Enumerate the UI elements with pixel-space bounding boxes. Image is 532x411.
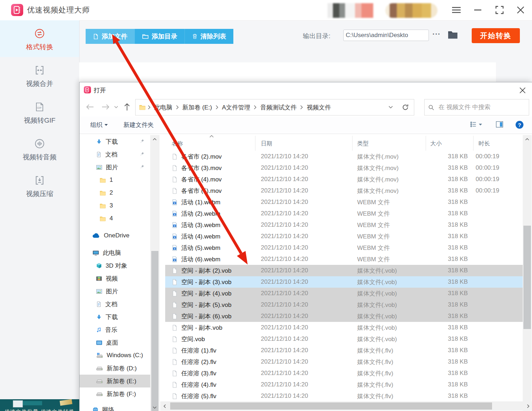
horizontal-scrollbar-thumb[interactable] [170,402,492,410]
add-folder-button[interactable]: 添加目录 [135,29,185,44]
clear-list-button[interactable]: 清除列表 [185,29,233,44]
file-row[interactable]: 各省市 (4).mov2021/12/10 14:20媒体文件(.mov)318… [165,174,523,185]
change-view-button[interactable] [470,121,482,128]
column-header-size[interactable]: 大小 [430,140,442,148]
breadcrumb-dropdown-icon[interactable] [389,106,393,109]
forward-button[interactable] [100,102,111,112]
file-row[interactable]: 任溶溶 (3).flv2021/12/10 14:20媒体文件(.flv)318… [165,368,523,379]
add-file-button[interactable]: 添加文件 [86,29,135,44]
sidebar-item-video-to-gif[interactable]: GIF视频转GIF [0,94,79,130]
file-row[interactable]: 活动 (6).webm2021/12/10 14:20WEBM 文件318 KB [165,253,523,265]
file-row[interactable]: 各省市 (2).mov2021/12/10 14:20媒体文件(.mov)318… [165,151,523,162]
recent-locations-chevron-icon[interactable] [112,102,120,112]
tree-item-drive[interactable]: 新加卷 (E:) [80,375,150,387]
chevron-right-icon[interactable] [146,105,153,109]
tree-scrollbar-thumb[interactable] [151,251,158,411]
scroll-right-icon[interactable] [524,401,532,411]
tree-item-drive[interactable]: 新加卷 (D:) [80,362,150,375]
back-button[interactable] [85,102,95,112]
organize-menu[interactable]: 组织 [90,121,108,129]
tree-item-folder[interactable]: 2 [80,186,150,199]
file-row[interactable]: 活动 (3).webm2021/12/10 14:20WEBM 文件318 KB [165,219,523,231]
tree-item-music[interactable]: 音乐 [80,323,150,336]
preview-pane-button[interactable] [496,121,503,128]
maximize-button[interactable] [495,5,505,15]
dialog-close-icon[interactable] [517,85,528,95]
up-button[interactable] [122,102,132,112]
minimize-button[interactable] [473,5,483,15]
file-list-scrollbar[interactable] [523,135,532,411]
tree-item-download[interactable]: 下载 [80,310,150,323]
promo-banner[interactable]: 优速文件批量 优速文件转换 [0,399,79,411]
tree-item-folder[interactable]: 3 [80,199,150,212]
breadcrumb-segment[interactable]: 此电脑 [153,103,174,112]
tree-item-folder[interactable]: 4 [80,212,150,225]
scroll-left-icon[interactable] [160,401,169,411]
scroll-up-icon[interactable] [523,135,532,143]
sidebar-item-video-to-audio[interactable]: 视频转音频 [0,130,79,167]
file-row[interactable]: 各省市 (5).mov2021/12/10 14:20媒体文件(.mov)318… [165,185,523,196]
tree-item-folder[interactable]: 1 [80,174,150,186]
file-row[interactable]: 活动 (4).webm2021/12/10 14:20WEBM 文件318 KB [165,231,523,242]
file-row[interactable]: 各省市 (3).mov2021/12/10 14:20媒体文件(.mov)318… [165,162,523,174]
horizontal-scrollbar[interactable] [160,401,532,411]
tree-item-document[interactable]: 文档 [80,148,150,161]
sidebar-item-video-compress[interactable]: 视频压缩 [0,167,79,204]
open-output-folder-icon[interactable] [447,30,458,39]
breadcrumb-segment[interactable]: 视频文件 [305,103,332,112]
tree-item-computer[interactable]: 此电脑 [80,246,150,259]
refresh-button[interactable] [397,99,414,115]
file-row[interactable]: 活动 (2).webm2021/12/10 14:20WEBM 文件318 KB [165,208,523,219]
browse-more-button[interactable]: ··· [432,30,441,38]
close-button[interactable] [516,5,526,15]
file-list-scrollbar-thumb[interactable] [523,226,531,329]
file-row[interactable]: 活动 (5).webm2021/12/10 14:20WEBM 文件318 KB [165,242,523,253]
tree-item-drive[interactable]: 新加卷 (F:) [80,387,150,400]
tree-item-picture[interactable]: 图片 [80,161,150,174]
column-header-duration[interactable]: 时长 [478,140,490,148]
tree-item-picture[interactable]: 图片 [80,285,150,298]
tree-item-network[interactable]: 网络 [80,403,150,411]
chevron-right-icon[interactable] [213,105,221,109]
column-header-type[interactable]: 类型 [357,140,369,148]
file-row[interactable]: 活动 (1).webm2021/12/10 14:20WEBM 文件318 KB [165,196,523,208]
help-button[interactable]: ? [516,121,523,129]
scroll-up-icon[interactable] [150,135,159,143]
search-input[interactable] [438,103,511,111]
file-row[interactable]: 空间.vob2021/12/10 14:20媒体文件(.vob)318 KB [165,333,523,345]
column-header-date[interactable]: 日期 [261,140,272,148]
tree-item-desktop[interactable]: 桌面 [80,336,150,349]
tree-item-download[interactable]: 下载 [80,135,150,148]
menu-icon[interactable] [451,5,461,15]
sidebar-item-video-merge[interactable]: 视频合并 [0,57,79,94]
breadcrumb-segment[interactable]: 音频测试文件 [259,103,298,112]
file-row[interactable]: 空间 - 副本.vob2021/12/10 14:20媒体文件(.vob)318… [165,322,523,333]
tree-item-cube[interactable]: 3D 对象 [80,259,150,272]
chevron-right-icon[interactable] [252,105,259,109]
sidebar-item-format-convert[interactable]: 格式转换 [0,20,79,57]
tree-item-onedrive[interactable]: OneDrive [80,229,150,242]
column-header-name[interactable]: 名称 [172,140,183,148]
file-row[interactable]: 任溶溶 (1).flv2021/12/10 14:20媒体文件(.flv)318… [165,345,523,356]
scroll-down-icon[interactable] [150,404,159,411]
new-folder-button[interactable]: 新建文件夹 [123,121,154,129]
file-row[interactable]: 空间 - 副本 (6).vob2021/12/10 14:20媒体文件(.vob… [165,310,523,322]
tree-item-document[interactable]: 文档 [80,298,150,310]
output-path-input[interactable] [343,30,429,41]
start-convert-button[interactable]: 开始转换 [472,28,520,43]
tree-item-drive-windows[interactable]: Windows (C:) [80,349,150,362]
tree-scrollbar[interactable] [150,135,159,411]
file-row[interactable]: 任溶溶 (5).flv2021/12/10 14:20媒体文件(.flv)318… [165,390,523,402]
file-row[interactable]: 任溶溶 (2).flv2021/12/10 14:20媒体文件(.flv)318… [165,356,523,368]
breadcrumb-segment[interactable]: 新加卷 (E:) [181,103,213,112]
chevron-right-icon[interactable] [174,105,181,109]
file-row[interactable]: 空间 - 副本 (2).vob2021/12/10 14:20媒体文件(.vob… [165,265,523,276]
file-row[interactable]: 空间 - 副本 (5).vob2021/12/10 14:20媒体文件(.vob… [165,299,523,310]
breadcrumb-segment[interactable]: A文件管理 [221,103,252,112]
chevron-right-icon[interactable] [298,105,305,109]
tree-item-video[interactable]: 视频 [80,272,150,285]
file-row[interactable]: 空间 - 副本 (4).vob2021/12/10 14:20媒体文件(.vob… [165,288,523,299]
dialog-nav-bar: 此电脑新加卷 (E:)A文件管理音频测试文件视频文件 [80,97,532,117]
file-row[interactable]: 任溶溶 (4).flv2021/12/10 14:20媒体文件(.flv)318… [165,379,523,390]
file-row[interactable]: 空间 - 副本 (3).vob2021/12/10 14:20媒体文件(.vob… [165,276,523,288]
